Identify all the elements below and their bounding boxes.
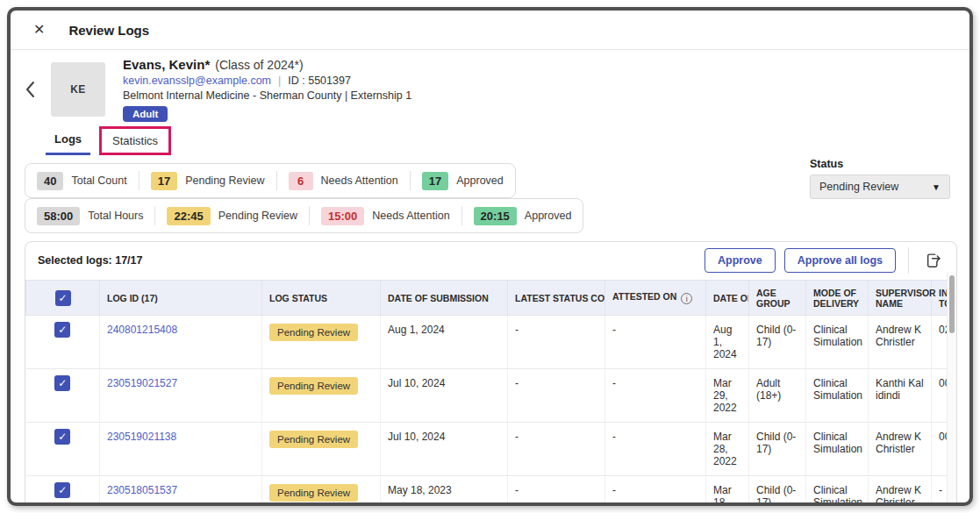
approve-all-logs-button[interactable]: Approve all logs [784, 248, 896, 273]
log-id-link[interactable]: 230519021138 [107, 431, 176, 443]
age-group-cell: Child (0-17) [749, 423, 806, 476]
latest-status-comments-cell: - [508, 369, 605, 423]
close-icon[interactable]: ✕ [33, 23, 45, 37]
approved-count-stat: 17 Approved [422, 172, 504, 190]
col-log-id: LOG ID (17) [100, 281, 262, 316]
pending-hours-value: 22:45 [167, 207, 210, 225]
back-button[interactable] [11, 79, 51, 100]
check-icon: ✓ [58, 485, 67, 495]
approve-button[interactable]: Approve [705, 248, 776, 273]
pending-hours-stat: 22:45 Pending Review [167, 207, 297, 225]
check-icon: ✓ [58, 431, 67, 442]
approved-hours-stat: 20:15 Approved [474, 207, 572, 225]
supervisor-name-cell: Andrew K Christler [869, 423, 932, 476]
student-id: ID : 5501397 [288, 75, 351, 87]
table-body: ✓ 240801215408 Pending Review Aug 1, 202… [26, 316, 958, 507]
vertical-scrollbar[interactable] [947, 272, 956, 506]
logs-toolbar: Selected logs: 17/17 Approve Approve all… [25, 242, 956, 280]
status-badge: Pending Review [269, 484, 358, 502]
log-id-cell: 230519021527 [100, 369, 262, 423]
row-checkbox-cell: ✓ [26, 316, 100, 369]
latest-status-comments-cell: - [508, 476, 605, 507]
table-row: ✓ 230519021138 Pending Review Jul 10, 20… [26, 423, 958, 476]
log-id-link[interactable]: 230518051537 [107, 484, 177, 496]
summary-section: 40 Total Count 17 Pending Review 6 Needs… [25, 163, 955, 233]
col-mode-of-delivery: MODE OF DELIVERY [806, 281, 869, 316]
log-id-cell: 230518051537 [100, 476, 262, 507]
export-button[interactable] [921, 249, 944, 272]
check-icon: ✓ [58, 293, 67, 303]
date-of-service-cell: Mar 29, 2022 [706, 369, 749, 423]
attention-hours-stat: 15:00 Needs Attention [321, 207, 450, 225]
log-id-link[interactable]: 230519021527 [107, 377, 177, 389]
row-checkbox[interactable]: ✓ [54, 482, 70, 498]
status-dropdown[interactable]: Pending Review ▼ [810, 175, 950, 199]
total-count-value: 40 [37, 172, 63, 190]
table-row: ✓ 240801215408 Pending Review Aug 1, 202… [26, 316, 958, 369]
mode-of-delivery-cell: Clinical Simulation [806, 476, 869, 507]
logs-table: ✓ LOG ID (17) LOG STATUS DATE OF SUBMISS… [25, 280, 957, 506]
date-of-service-cell: Mar 18, 2022 [706, 476, 749, 507]
latest-status-comments-cell: - [508, 316, 605, 369]
col-supervisor-name: SUPERVISOR NAME [869, 281, 932, 316]
mode-of-delivery-cell: Clinical Simulation [806, 369, 869, 423]
review-logs-window: ✕ Review Logs KE Evans, Kevin*(Class of … [7, 7, 973, 506]
pending-count-value: 17 [151, 172, 177, 190]
row-checkbox[interactable]: ✓ [54, 375, 70, 391]
chevron-left-icon [22, 79, 39, 100]
student-placement: Belmont Internal Medicine - Sherman Coun… [123, 89, 411, 102]
date-of-submission-cell: May 18, 2023 [381, 476, 508, 507]
latest-status-comments-cell: - [508, 423, 605, 476]
table-row: ✓ 230519021527 Pending Review Jul 10, 20… [26, 369, 958, 423]
student-email-link[interactable]: kevin.evansslp@example.com [123, 75, 271, 87]
tab-logs[interactable]: Logs [46, 125, 90, 155]
attention-hours-value: 15:00 [321, 207, 364, 225]
col-log-status: LOG STATUS [262, 281, 381, 316]
student-class: (Class of 2024*) [215, 58, 303, 72]
row-checkbox[interactable]: ✓ [54, 322, 70, 338]
mode-of-delivery-cell: Clinical Simulation [806, 316, 869, 369]
select-all-cell: ✓ [26, 281, 100, 316]
col-attested-on: ATTESTED ONi [605, 281, 706, 316]
student-name: Evans, Kevin* [123, 57, 210, 72]
age-group-cell: Adult (18+) [749, 369, 806, 423]
divider [908, 247, 909, 274]
table-header-row: ✓ LOG ID (17) LOG STATUS DATE OF SUBMISS… [26, 281, 958, 316]
check-icon: ✓ [58, 324, 67, 335]
separator: | [278, 75, 281, 87]
divider [154, 206, 155, 225]
divider [276, 171, 277, 190]
window-titlebar: ✕ Review Logs [11, 11, 969, 50]
logs-panel: Selected logs: 17/17 Approve Approve all… [25, 241, 957, 506]
log-status-cell: Pending Review [262, 316, 381, 369]
age-group-badge: Adult [123, 106, 168, 122]
status-badge: Pending Review [269, 324, 358, 341]
select-all-checkbox[interactable]: ✓ [55, 290, 71, 306]
info-icon[interactable]: i [681, 293, 692, 304]
log-status-cell: Pending Review [262, 369, 381, 423]
row-checkbox[interactable]: ✓ [54, 429, 70, 445]
date-of-submission-cell: Jul 10, 2024 [381, 369, 508, 423]
check-icon: ✓ [58, 378, 67, 388]
selected-logs-count: Selected logs: 17/17 [38, 254, 143, 267]
total-hours-value: 58:00 [37, 207, 80, 225]
attention-count-value: 6 [289, 172, 313, 190]
tab-bar: Logs Statistics [46, 125, 969, 155]
supervisor-name-cell: Andrew K Christler [869, 316, 932, 369]
divider [309, 206, 310, 225]
log-status-cell: Pending Review [262, 423, 381, 476]
date-of-service-cell: Aug 1, 2024 [706, 316, 749, 369]
pending-count-stat: 17 Pending Review [151, 172, 265, 190]
attested-on-cell: - [605, 316, 706, 369]
age-group-cell: Child (0-17) [749, 476, 806, 507]
scrollbar-thumb[interactable] [949, 275, 955, 333]
page-title: Review Logs [68, 23, 149, 38]
log-id-link[interactable]: 240801215408 [107, 324, 177, 336]
attested-on-cell: - [605, 423, 706, 476]
status-filter: Status Pending Review ▼ [810, 158, 950, 199]
status-filter-label: Status [810, 158, 950, 170]
attested-on-cell: - [605, 369, 706, 423]
row-checkbox-cell: ✓ [26, 476, 100, 507]
tab-statistics[interactable]: Statistics [99, 126, 171, 155]
attention-count-stat: 6 Needs Attention [289, 172, 398, 190]
